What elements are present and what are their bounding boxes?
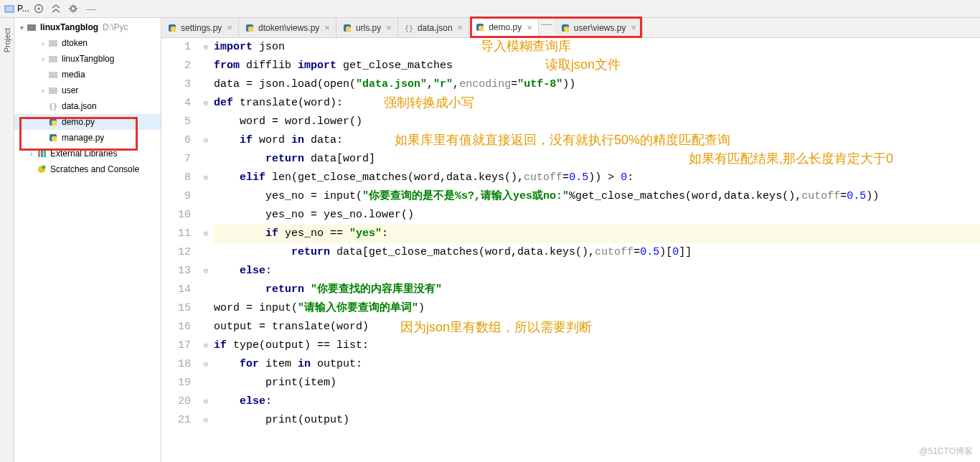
py-icon <box>167 23 177 33</box>
gear-icon[interactable] <box>66 1 80 16</box>
hide-icon[interactable]: — <box>539 18 555 37</box>
scratch-icon <box>36 164 47 175</box>
code-line-17[interactable]: if type(output) == list: <box>214 336 980 355</box>
code-line-1[interactable]: import json <box>214 38 980 57</box>
svg-rect-24 <box>346 27 351 32</box>
tree-root[interactable]: ▾ linuxTangblog D:\Pyc <box>14 19 161 35</box>
breadcrumb-bar: P... — <box>0 0 980 18</box>
dir-icon <box>47 85 59 96</box>
fold-column[interactable]: ⊖⊖⊖⊖⊖⊖⊖⊖⊖⊖ <box>201 38 211 462</box>
svg-rect-14 <box>38 150 40 157</box>
svg-rect-29 <box>564 27 569 32</box>
close-icon[interactable]: × <box>630 22 639 33</box>
folder-icon <box>26 22 37 33</box>
svg-rect-27 <box>479 26 484 31</box>
close-icon[interactable]: × <box>385 22 393 33</box>
code-line-9[interactable]: yes_no = input("你要查询的是不是%s?,请输入yes或no:"%… <box>214 187 980 206</box>
line-gutter: 123456789101112131415161718192021 <box>161 38 201 462</box>
py-icon <box>342 23 352 33</box>
watermark: @51CTO博客 <box>919 446 973 458</box>
py-icon <box>47 132 59 143</box>
code-line-5[interactable]: word = word.lower() <box>214 113 980 131</box>
svg-rect-8 <box>49 88 57 94</box>
py-icon <box>475 22 485 32</box>
tab-demo-py[interactable]: demo.py× <box>469 18 539 38</box>
code-line-2[interactable]: from difflib import get_close_matches <box>214 57 980 75</box>
code-line-3[interactable]: data = json.load(open("data.json","r",en… <box>214 75 980 94</box>
hide-tool-icon[interactable]: — <box>83 3 99 14</box>
tree-item-linuxTangblog[interactable]: ›linuxTangblog <box>14 51 161 67</box>
code-content[interactable]: import jsonfrom difflib import get_close… <box>211 38 980 462</box>
target-icon[interactable] <box>32 1 46 16</box>
py-icon <box>245 23 255 33</box>
side-tab-bar: Project <box>0 18 14 462</box>
code-line-15[interactable]: word = input("请输入你要查询的单词") <box>214 299 980 318</box>
tree-item-data-json[interactable]: {}data.json <box>14 98 161 114</box>
svg-rect-13 <box>52 136 57 141</box>
code-line-4[interactable]: def translate(word): <box>214 94 980 113</box>
svg-point-2 <box>38 8 40 10</box>
svg-point-18 <box>42 166 46 169</box>
json-icon: {} <box>404 23 414 33</box>
tab-settings-py[interactable]: settings.py× <box>161 18 239 37</box>
svg-rect-4 <box>27 24 36 31</box>
code-line-7[interactable]: return data[word] <box>214 150 980 169</box>
folder-icon <box>47 69 59 80</box>
lib-icon <box>36 148 47 159</box>
tab-urls-py[interactable]: urls.py× <box>336 18 398 37</box>
svg-point-3 <box>71 6 75 11</box>
editor-tabs: settings.py×dtoken\views.py×urls.py×{}da… <box>161 18 980 38</box>
tree-item-manage-py[interactable]: manage.py <box>14 130 161 146</box>
code-line-11[interactable]: if yes_no == "yes": <box>214 225 980 243</box>
collapse-icon[interactable] <box>49 1 63 16</box>
tree-item-Scratches and Console[interactable]: Scratches and Console <box>14 161 161 177</box>
svg-rect-6 <box>49 56 57 62</box>
tab-user-views-py[interactable]: user\views.py× <box>555 18 643 37</box>
code-line-18[interactable]: for item in output: <box>214 355 980 374</box>
code-line-12[interactable]: return data[get_close_matches(word,data.… <box>214 243 980 262</box>
tab-dtoken-views-py[interactable]: dtoken\views.py× <box>239 18 336 37</box>
py-icon <box>47 116 59 128</box>
svg-rect-22 <box>248 27 253 32</box>
svg-rect-5 <box>49 40 57 47</box>
svg-rect-7 <box>49 72 57 78</box>
svg-text:{}: {} <box>405 24 413 32</box>
code-line-16[interactable]: output = translate(word) <box>214 318 980 336</box>
dir-icon <box>47 53 59 65</box>
project-tree[interactable]: ▾ linuxTangblog D:\Pyc ›dtoken›linuxTang… <box>14 18 161 462</box>
py-icon <box>560 23 570 33</box>
tree-item-media[interactable]: media <box>14 67 161 82</box>
tree-item-dtoken[interactable]: ›dtoken <box>14 35 161 51</box>
close-icon[interactable]: × <box>323 22 331 33</box>
close-icon[interactable]: × <box>525 22 534 33</box>
close-icon[interactable]: × <box>456 22 465 33</box>
tab-data-json[interactable]: {}data.json× <box>398 18 469 37</box>
project-icon <box>4 4 14 14</box>
code-editor[interactable]: 123456789101112131415161718192021 ⊖⊖⊖⊖⊖⊖… <box>161 38 980 462</box>
tree-root-path: D:\Pyc <box>103 22 128 32</box>
svg-rect-20 <box>171 27 176 32</box>
svg-rect-11 <box>52 121 57 126</box>
code-line-8[interactable]: elif len(get_close_matches(word,data.key… <box>214 169 980 187</box>
svg-rect-16 <box>44 150 46 157</box>
code-line-13[interactable]: else: <box>214 262 980 280</box>
tree-root-label: linuxTangblog <box>40 22 98 32</box>
tree-item-user[interactable]: ›user <box>14 82 161 98</box>
code-line-10[interactable]: yes_no = yes_no.lower() <box>214 206 980 225</box>
code-line-19[interactable]: print(item) <box>214 374 980 392</box>
tree-item-External Libraries[interactable]: ›External Libraries <box>14 146 161 161</box>
project-tool-label[interactable]: Project <box>3 22 11 58</box>
dir-icon <box>47 37 59 49</box>
svg-rect-0 <box>5 6 14 12</box>
close-icon[interactable]: × <box>225 22 234 33</box>
code-line-20[interactable]: else: <box>214 392 980 411</box>
svg-rect-15 <box>41 150 43 157</box>
json-icon: {} <box>47 100 59 112</box>
code-line-14[interactable]: return "你要查找的内容库里没有" <box>214 280 980 299</box>
svg-text:{}: {} <box>49 103 57 110</box>
tree-item-demo-py[interactable]: demo.py <box>14 114 161 130</box>
code-line-6[interactable]: if word in data: <box>214 131 980 150</box>
code-line-21[interactable]: print(output) <box>214 411 980 430</box>
crumb-project[interactable]: P... <box>17 4 29 14</box>
